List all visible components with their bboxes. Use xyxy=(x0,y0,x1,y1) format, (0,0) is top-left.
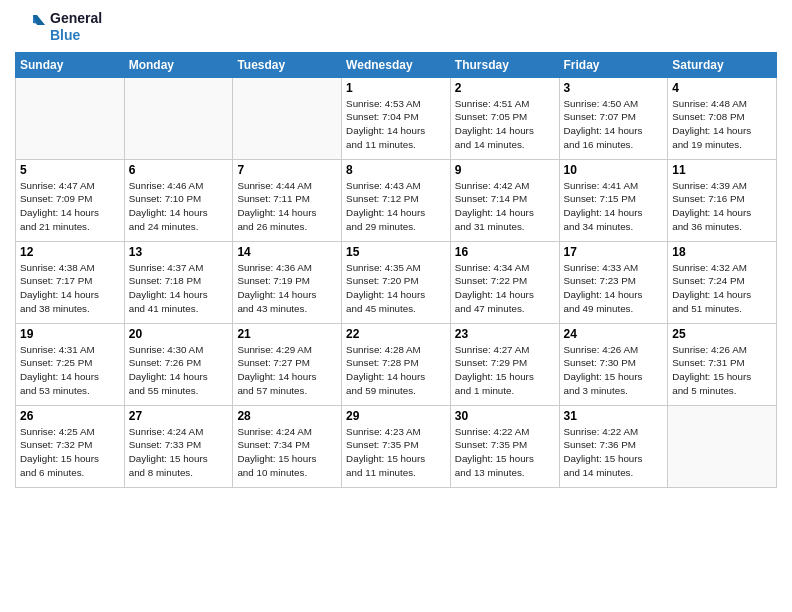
calendar-day-8: 8Sunrise: 4:43 AMSunset: 7:12 PMDaylight… xyxy=(342,159,451,241)
day-number: 1 xyxy=(346,81,446,95)
calendar-day-10: 10Sunrise: 4:41 AMSunset: 7:15 PMDayligh… xyxy=(559,159,668,241)
day-header-wednesday: Wednesday xyxy=(342,52,451,77)
day-info: Sunrise: 4:37 AMSunset: 7:18 PMDaylight:… xyxy=(129,261,229,316)
calendar-day-17: 17Sunrise: 4:33 AMSunset: 7:23 PMDayligh… xyxy=(559,241,668,323)
day-number: 22 xyxy=(346,327,446,341)
day-number: 12 xyxy=(20,245,120,259)
day-number: 3 xyxy=(564,81,664,95)
day-info: Sunrise: 4:26 AMSunset: 7:31 PMDaylight:… xyxy=(672,343,772,398)
day-info: Sunrise: 4:26 AMSunset: 7:30 PMDaylight:… xyxy=(564,343,664,398)
calendar-day-24: 24Sunrise: 4:26 AMSunset: 7:30 PMDayligh… xyxy=(559,323,668,405)
day-info: Sunrise: 4:22 AMSunset: 7:35 PMDaylight:… xyxy=(455,425,555,480)
calendar-day-13: 13Sunrise: 4:37 AMSunset: 7:18 PMDayligh… xyxy=(124,241,233,323)
calendar-header-row: SundayMondayTuesdayWednesdayThursdayFrid… xyxy=(16,52,777,77)
calendar-empty xyxy=(16,77,125,159)
calendar-day-15: 15Sunrise: 4:35 AMSunset: 7:20 PMDayligh… xyxy=(342,241,451,323)
calendar-week-5: 26Sunrise: 4:25 AMSunset: 7:32 PMDayligh… xyxy=(16,405,777,487)
day-number: 27 xyxy=(129,409,229,423)
day-number: 20 xyxy=(129,327,229,341)
day-info: Sunrise: 4:25 AMSunset: 7:32 PMDaylight:… xyxy=(20,425,120,480)
day-info: Sunrise: 4:43 AMSunset: 7:12 PMDaylight:… xyxy=(346,179,446,234)
day-number: 26 xyxy=(20,409,120,423)
day-number: 11 xyxy=(672,163,772,177)
calendar-day-2: 2Sunrise: 4:51 AMSunset: 7:05 PMDaylight… xyxy=(450,77,559,159)
logo: General Blue xyxy=(15,10,102,44)
day-number: 10 xyxy=(564,163,664,177)
day-info: Sunrise: 4:48 AMSunset: 7:08 PMDaylight:… xyxy=(672,97,772,152)
day-number: 4 xyxy=(672,81,772,95)
calendar-day-30: 30Sunrise: 4:22 AMSunset: 7:35 PMDayligh… xyxy=(450,405,559,487)
day-info: Sunrise: 4:29 AMSunset: 7:27 PMDaylight:… xyxy=(237,343,337,398)
calendar-day-22: 22Sunrise: 4:28 AMSunset: 7:28 PMDayligh… xyxy=(342,323,451,405)
day-number: 16 xyxy=(455,245,555,259)
calendar-day-20: 20Sunrise: 4:30 AMSunset: 7:26 PMDayligh… xyxy=(124,323,233,405)
day-number: 14 xyxy=(237,245,337,259)
day-info: Sunrise: 4:35 AMSunset: 7:20 PMDaylight:… xyxy=(346,261,446,316)
day-info: Sunrise: 4:27 AMSunset: 7:29 PMDaylight:… xyxy=(455,343,555,398)
calendar-day-26: 26Sunrise: 4:25 AMSunset: 7:32 PMDayligh… xyxy=(16,405,125,487)
day-number: 31 xyxy=(564,409,664,423)
day-info: Sunrise: 4:41 AMSunset: 7:15 PMDaylight:… xyxy=(564,179,664,234)
day-info: Sunrise: 4:24 AMSunset: 7:33 PMDaylight:… xyxy=(129,425,229,480)
day-number: 15 xyxy=(346,245,446,259)
day-info: Sunrise: 4:47 AMSunset: 7:09 PMDaylight:… xyxy=(20,179,120,234)
day-header-saturday: Saturday xyxy=(668,52,777,77)
day-number: 28 xyxy=(237,409,337,423)
calendar-day-25: 25Sunrise: 4:26 AMSunset: 7:31 PMDayligh… xyxy=(668,323,777,405)
calendar-empty xyxy=(668,405,777,487)
day-number: 23 xyxy=(455,327,555,341)
logo-text-block: General Blue xyxy=(50,10,102,44)
day-number: 29 xyxy=(346,409,446,423)
calendar-week-3: 12Sunrise: 4:38 AMSunset: 7:17 PMDayligh… xyxy=(16,241,777,323)
day-info: Sunrise: 4:32 AMSunset: 7:24 PMDaylight:… xyxy=(672,261,772,316)
calendar-day-19: 19Sunrise: 4:31 AMSunset: 7:25 PMDayligh… xyxy=(16,323,125,405)
day-header-friday: Friday xyxy=(559,52,668,77)
day-number: 17 xyxy=(564,245,664,259)
calendar-day-21: 21Sunrise: 4:29 AMSunset: 7:27 PMDayligh… xyxy=(233,323,342,405)
header: General Blue xyxy=(15,10,777,44)
day-header-thursday: Thursday xyxy=(450,52,559,77)
day-info: Sunrise: 4:50 AMSunset: 7:07 PMDaylight:… xyxy=(564,97,664,152)
day-info: Sunrise: 4:46 AMSunset: 7:10 PMDaylight:… xyxy=(129,179,229,234)
day-info: Sunrise: 4:34 AMSunset: 7:22 PMDaylight:… xyxy=(455,261,555,316)
day-number: 5 xyxy=(20,163,120,177)
day-number: 30 xyxy=(455,409,555,423)
calendar-table: SundayMondayTuesdayWednesdayThursdayFrid… xyxy=(15,52,777,488)
calendar-day-23: 23Sunrise: 4:27 AMSunset: 7:29 PMDayligh… xyxy=(450,323,559,405)
day-number: 8 xyxy=(346,163,446,177)
day-info: Sunrise: 4:31 AMSunset: 7:25 PMDaylight:… xyxy=(20,343,120,398)
calendar-week-1: 1Sunrise: 4:53 AMSunset: 7:04 PMDaylight… xyxy=(16,77,777,159)
day-number: 9 xyxy=(455,163,555,177)
day-header-monday: Monday xyxy=(124,52,233,77)
calendar-day-5: 5Sunrise: 4:47 AMSunset: 7:09 PMDaylight… xyxy=(16,159,125,241)
day-number: 18 xyxy=(672,245,772,259)
day-info: Sunrise: 4:51 AMSunset: 7:05 PMDaylight:… xyxy=(455,97,555,152)
day-number: 6 xyxy=(129,163,229,177)
day-info: Sunrise: 4:22 AMSunset: 7:36 PMDaylight:… xyxy=(564,425,664,480)
day-info: Sunrise: 4:28 AMSunset: 7:28 PMDaylight:… xyxy=(346,343,446,398)
calendar-day-12: 12Sunrise: 4:38 AMSunset: 7:17 PMDayligh… xyxy=(16,241,125,323)
calendar-week-4: 19Sunrise: 4:31 AMSunset: 7:25 PMDayligh… xyxy=(16,323,777,405)
day-info: Sunrise: 4:24 AMSunset: 7:34 PMDaylight:… xyxy=(237,425,337,480)
logo-general: General xyxy=(50,10,102,27)
day-info: Sunrise: 4:44 AMSunset: 7:11 PMDaylight:… xyxy=(237,179,337,234)
day-info: Sunrise: 4:53 AMSunset: 7:04 PMDaylight:… xyxy=(346,97,446,152)
day-info: Sunrise: 4:33 AMSunset: 7:23 PMDaylight:… xyxy=(564,261,664,316)
logo-graphic: General Blue xyxy=(15,10,102,44)
calendar-day-6: 6Sunrise: 4:46 AMSunset: 7:10 PMDaylight… xyxy=(124,159,233,241)
day-header-sunday: Sunday xyxy=(16,52,125,77)
calendar-day-3: 3Sunrise: 4:50 AMSunset: 7:07 PMDaylight… xyxy=(559,77,668,159)
calendar-day-1: 1Sunrise: 4:53 AMSunset: 7:04 PMDaylight… xyxy=(342,77,451,159)
calendar-day-7: 7Sunrise: 4:44 AMSunset: 7:11 PMDaylight… xyxy=(233,159,342,241)
day-number: 13 xyxy=(129,245,229,259)
calendar-day-11: 11Sunrise: 4:39 AMSunset: 7:16 PMDayligh… xyxy=(668,159,777,241)
calendar-day-9: 9Sunrise: 4:42 AMSunset: 7:14 PMDaylight… xyxy=(450,159,559,241)
day-header-tuesday: Tuesday xyxy=(233,52,342,77)
calendar-empty xyxy=(233,77,342,159)
calendar-empty xyxy=(124,77,233,159)
day-number: 19 xyxy=(20,327,120,341)
calendar-day-16: 16Sunrise: 4:34 AMSunset: 7:22 PMDayligh… xyxy=(450,241,559,323)
calendar-week-2: 5Sunrise: 4:47 AMSunset: 7:09 PMDaylight… xyxy=(16,159,777,241)
logo-svg xyxy=(15,11,47,43)
day-info: Sunrise: 4:39 AMSunset: 7:16 PMDaylight:… xyxy=(672,179,772,234)
